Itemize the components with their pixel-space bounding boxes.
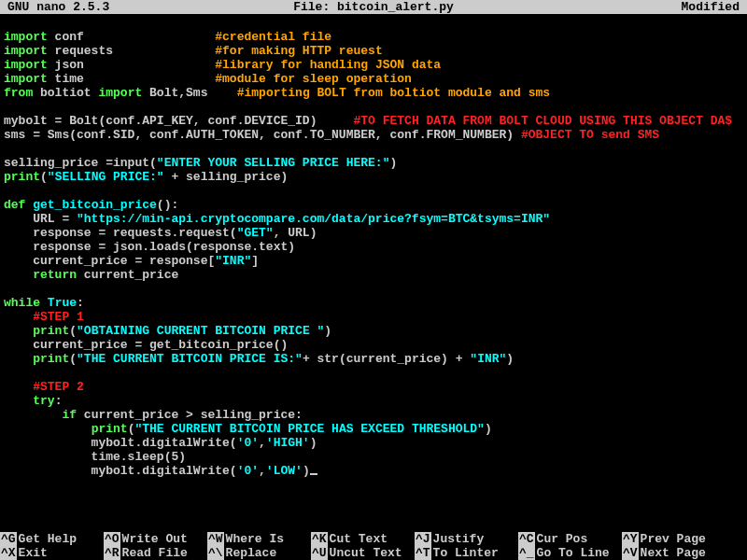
code-token: "OBTAINING CURRENT BITCOIN PRICE "	[77, 324, 324, 338]
code-line[interactable]: #STEP 1	[4, 310, 743, 324]
code-token: mybolt = Bolt(conf.API_KEY, conf.DEVICE_…	[4, 114, 353, 128]
file-name: File: bitcoin_alert.py	[251, 0, 495, 14]
code-line[interactable]: mybolt.digitalWrite('0','LOW')	[4, 464, 743, 478]
code-token: "SELLING PRICE:"	[48, 170, 164, 184]
menu-item-cut-text[interactable]: ^K Cut Text	[311, 532, 415, 546]
code-line[interactable]	[4, 184, 743, 198]
code-line[interactable]: time.sleep(5)	[4, 450, 743, 464]
code-editor[interactable]: import conf #credential fileimport reque…	[0, 14, 747, 532]
shortcut-label: Read File	[122, 546, 188, 560]
code-token: mybolt.digitalWrite(	[4, 436, 237, 450]
code-token: (	[69, 352, 77, 366]
code-line[interactable]: print("THE CURRENT BITCOIN PRICE IS:"+ s…	[4, 352, 743, 366]
code-token: sms = Sms(conf.SID, conf.AUTH_TOKEN, con…	[4, 128, 521, 142]
code-token: #library for handling JSON data	[215, 58, 441, 72]
shortcut-key: ^X	[0, 546, 17, 560]
code-line[interactable]: print("OBTAINING CURRENT BITCOIN PRICE "…	[4, 324, 743, 338]
code-line[interactable]: if current_price > selling_price:	[4, 408, 743, 422]
shortcut-key: ^T	[415, 546, 431, 560]
code-line[interactable]: sms = Sms(conf.SID, conf.AUTH_TOKEN, con…	[4, 128, 743, 142]
shortcut-key: ^R	[104, 546, 120, 560]
code-token: '0'	[237, 436, 259, 450]
code-line[interactable]	[4, 100, 743, 114]
code-line[interactable]: print("THE CURRENT BITCOIN PRICE HAS EXC…	[4, 422, 743, 436]
code-token: )	[389, 156, 397, 170]
code-token: import	[4, 58, 48, 72]
shortcut-label: To Linter	[433, 546, 499, 560]
code-line[interactable]: try:	[4, 394, 743, 408]
code-line[interactable]: while True:	[4, 296, 743, 310]
menu-item-next-page[interactable]: ^V Next Page	[622, 546, 726, 560]
code-token: current_price	[77, 268, 178, 282]
code-line[interactable]: mybolt.digitalWrite('0','HIGH')	[4, 436, 743, 450]
code-line[interactable]: current_price = get_bitcoin_price()	[4, 338, 743, 352]
code-token: (	[40, 170, 48, 184]
code-token	[4, 394, 33, 408]
code-token: requests	[48, 44, 215, 58]
code-line[interactable]: import conf #credential file	[4, 30, 743, 44]
code-token: Bolt,Sms	[142, 86, 236, 100]
code-token: time.sleep(5)	[4, 450, 186, 464]
shortcut-key: ^_	[518, 546, 535, 560]
code-token: , URL)	[274, 226, 317, 240]
shortcut-key: ^G	[0, 532, 17, 546]
menu-item-replace[interactable]: ^\ Replace	[207, 546, 311, 560]
code-line[interactable]: import json #library for handling JSON d…	[4, 58, 743, 72]
code-token: print	[33, 324, 69, 338]
code-token: 'LOW'	[266, 464, 303, 478]
code-line[interactable]: response = json.loads(response.text)	[4, 240, 743, 254]
code-line[interactable]: from boltiot import Bolt,Sms #importing …	[4, 86, 743, 100]
code-line[interactable]	[4, 282, 743, 296]
modified-flag: Modified	[496, 0, 740, 14]
code-token: boltiot	[33, 86, 98, 100]
shortcut-key: ^C	[518, 532, 535, 546]
code-line[interactable]	[4, 16, 743, 30]
menu-item-read-file[interactable]: ^R Read File	[104, 546, 207, 560]
menu-item-prev-page[interactable]: ^Y Prev Page	[622, 532, 726, 546]
shortcut-key: ^K	[311, 532, 328, 546]
code-line[interactable]: mybolt = Bolt(conf.API_KEY, conf.DEVICE_…	[4, 114, 743, 128]
code-token: "INR"	[215, 254, 251, 268]
code-token	[4, 268, 33, 282]
code-token: import	[98, 86, 142, 100]
code-line[interactable]	[4, 366, 743, 380]
menu-item-get-help[interactable]: ^G Get Help	[0, 532, 104, 546]
menu-item-to-linter[interactable]: ^T To Linter	[415, 546, 518, 560]
code-token	[4, 324, 33, 338]
menu-item-write-out[interactable]: ^O Write Out	[104, 532, 207, 546]
code-line[interactable]: current_price = response["INR"]	[4, 254, 743, 268]
code-token: ,	[259, 436, 266, 450]
code-line[interactable]: response = requests.request("GET", URL)	[4, 226, 743, 240]
code-line[interactable]: import time #module for sleep operation	[4, 72, 743, 86]
shortcut-label: Write Out	[122, 532, 188, 546]
code-line[interactable]: URL = "https://min-api.cryptocompare.com…	[4, 212, 743, 226]
titlebar: GNU nano 2.5.3 File: bitcoin_alert.py Mo…	[0, 0, 747, 14]
code-line[interactable]: return current_price	[4, 268, 743, 282]
shortcut-label: Get Help	[19, 532, 77, 546]
shortcut-label: Where Is	[226, 532, 284, 546]
code-token: #STEP 2	[33, 380, 84, 394]
shortcut-key: ^W	[207, 532, 224, 546]
menu-item-justify[interactable]: ^J Justify	[415, 532, 518, 546]
code-line[interactable]: #STEP 2	[4, 380, 743, 394]
code-line[interactable]: import requests #for making HTTP reuest	[4, 44, 743, 58]
code-token: ,	[259, 464, 266, 478]
app-name: GNU nano 2.5.3	[7, 0, 251, 14]
code-token: response = json.loads(response.text)	[4, 240, 295, 254]
code-line[interactable]: selling_price =input("ENTER YOUR SELLING…	[4, 156, 743, 170]
code-line[interactable]: def get_bitcoin_price():	[4, 198, 743, 212]
menu-item-uncut-text[interactable]: ^U Uncut Text	[311, 546, 415, 560]
code-line[interactable]: print("SELLING PRICE:" + selling_price)	[4, 170, 743, 184]
menu-item-cur-pos[interactable]: ^C Cur Pos	[518, 532, 622, 546]
menu-item-go-to-line[interactable]: ^_ Go To Line	[518, 546, 622, 560]
code-line[interactable]	[4, 142, 743, 156]
menu-item-where-is[interactable]: ^W Where Is	[207, 532, 311, 546]
code-token: )	[310, 436, 317, 450]
code-token: current_price = response[	[4, 254, 215, 268]
shortcut-key: ^V	[622, 546, 639, 560]
code-token: URL =	[4, 212, 77, 226]
code-token: return	[33, 268, 77, 282]
menu-item-exit[interactable]: ^X Exit	[0, 546, 104, 560]
code-token: get_bitcoin_price	[33, 198, 157, 212]
code-token: if	[62, 408, 77, 422]
